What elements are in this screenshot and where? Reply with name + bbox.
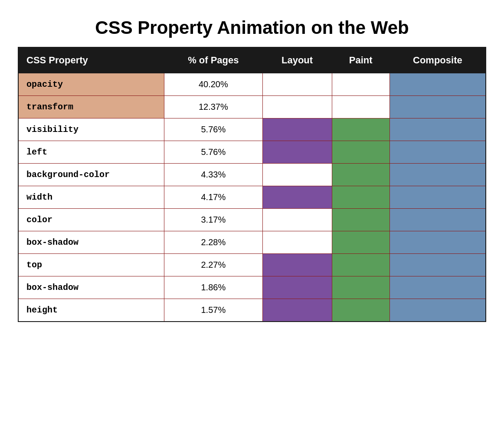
cell-percent: 2.27% [164,254,262,276]
cell-paint [332,209,389,231]
cell-composite [389,164,486,186]
cell-layout [262,73,332,96]
table-row: opacity 40.20% [18,73,486,96]
cell-composite [389,231,486,254]
cell-property: width [18,186,164,209]
cell-property: height [18,299,164,322]
table-row: visibility 5.76% [18,118,486,141]
cell-layout [262,276,332,299]
cell-paint [332,299,389,322]
cell-property: background-color [18,164,164,186]
col-header-property: CSS Property [18,47,164,73]
cell-paint [332,164,389,186]
cell-property: top [18,254,164,276]
cell-layout [262,96,332,118]
cell-composite [389,186,486,209]
cell-paint [332,73,389,96]
cell-percent: 4.33% [164,164,262,186]
cell-paint [332,141,389,164]
page-wrapper: CSS Property Animation on the Web CSS Pr… [13,9,491,331]
cell-property: opacity [18,73,164,96]
cell-paint [332,231,389,254]
cell-composite [389,73,486,96]
cell-percent: 2.28% [164,231,262,254]
cell-property: box-shadow [18,231,164,254]
table-row: color 3.17% [18,209,486,231]
cell-composite [389,118,486,141]
cell-layout [262,299,332,322]
cell-property: color [18,209,164,231]
cell-paint [332,118,389,141]
col-header-composite: Composite [389,47,486,73]
cell-property: transform [18,96,164,118]
table-row: transform 12.37% [18,96,486,118]
cell-composite [389,141,486,164]
cell-layout [262,141,332,164]
table-row: left 5.76% [18,141,486,164]
cell-paint [332,254,389,276]
cell-composite [389,299,486,322]
data-table: CSS Property % of Pages Layout Paint Com… [18,47,486,322]
cell-layout [262,209,332,231]
cell-composite [389,276,486,299]
cell-property: box-shadow [18,276,164,299]
table-row: background-color 4.33% [18,164,486,186]
cell-percent: 4.17% [164,186,262,209]
table-row: box-shadow 1.86% [18,276,486,299]
cell-percent: 5.76% [164,141,262,164]
cell-layout [262,186,332,209]
cell-percent: 1.57% [164,299,262,322]
cell-percent: 5.76% [164,118,262,141]
cell-paint [332,276,389,299]
col-header-pages: % of Pages [164,47,262,73]
cell-layout [262,231,332,254]
table-row: top 2.27% [18,254,486,276]
page-title: CSS Property Animation on the Web [18,17,486,38]
cell-percent: 40.20% [164,73,262,96]
cell-paint [332,96,389,118]
cell-percent: 3.17% [164,209,262,231]
cell-composite [389,254,486,276]
table-row: height 1.57% [18,299,486,322]
table-row: width 4.17% [18,186,486,209]
col-header-paint: Paint [332,47,389,73]
cell-layout [262,254,332,276]
cell-layout [262,118,332,141]
cell-layout [262,164,332,186]
table-header-row: CSS Property % of Pages Layout Paint Com… [18,47,486,73]
cell-composite [389,209,486,231]
cell-percent: 1.86% [164,276,262,299]
cell-property: visibility [18,118,164,141]
cell-property: left [18,141,164,164]
table-row: box-shadow 2.28% [18,231,486,254]
cell-composite [389,96,486,118]
cell-percent: 12.37% [164,96,262,118]
col-header-layout: Layout [262,47,332,73]
cell-paint [332,186,389,209]
